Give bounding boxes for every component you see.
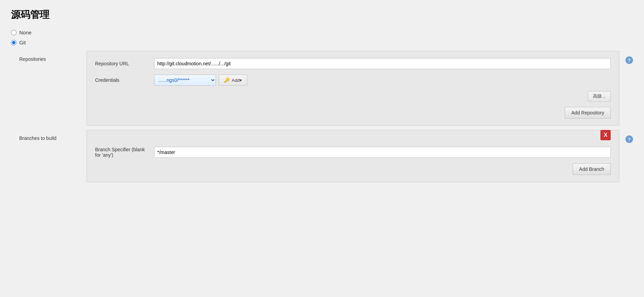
add-credentials-label: Add▾	[232, 78, 242, 83]
page-title: 源码管理	[11, 8, 633, 21]
repository-action-buttons: 高级... Add Repository	[95, 91, 611, 119]
none-radio[interactable]	[11, 30, 16, 35]
advanced-button[interactable]: 高级...	[588, 91, 611, 101]
key-icon: 🔑	[224, 77, 230, 83]
none-radio-label: None	[19, 30, 32, 35]
git-radio[interactable]	[11, 40, 16, 45]
add-branch-button-row: Add Branch	[95, 163, 611, 175]
branches-label: Branches to build	[11, 130, 87, 141]
repository-url-row: Repository URL	[95, 58, 611, 69]
branches-help-icon[interactable]: ?	[625, 135, 633, 143]
add-credentials-button[interactable]: 🔑 Add▾	[219, 75, 247, 86]
credentials-select[interactable]: ......ngs0/******	[154, 75, 216, 86]
git-radio-label: Git	[19, 40, 26, 45]
repository-url-input[interactable]	[154, 58, 611, 69]
repositories-section: Repositories Repository URL Credentials …	[11, 51, 633, 126]
credentials-row: Credentials ......ngs0/****** 🔑 Add▾	[95, 75, 611, 86]
branch-specifier-input[interactable]	[154, 147, 611, 158]
add-repository-button[interactable]: Add Repository	[565, 107, 611, 119]
git-radio-item[interactable]: Git	[11, 40, 633, 45]
repositories-help-icon[interactable]: ?	[625, 56, 633, 64]
repositories-panel: Repository URL Credentials ......ngs0/**…	[87, 51, 619, 126]
scm-radio-group: None Git	[11, 30, 633, 45]
repository-url-label: Repository URL	[95, 61, 150, 66]
branches-panel: X Branch Specifier (blank for 'any') Add…	[87, 130, 619, 182]
add-branch-button[interactable]: Add Branch	[573, 163, 611, 175]
none-radio-item[interactable]: None	[11, 30, 633, 35]
page-container: 源码管理 None Git Repositories Repository UR…	[0, 0, 644, 193]
delete-branch-button[interactable]: X	[600, 130, 611, 140]
repositories-label: Repositories	[11, 51, 87, 62]
branch-specifier-label: Branch Specifier (blank for 'any')	[95, 147, 150, 158]
branch-specifier-row: Branch Specifier (blank for 'any')	[95, 147, 611, 158]
credentials-controls: ......ngs0/****** 🔑 Add▾	[154, 75, 247, 86]
branches-section: Branches to build X Branch Specifier (bl…	[11, 130, 633, 182]
credentials-label: Credentials	[95, 77, 150, 83]
